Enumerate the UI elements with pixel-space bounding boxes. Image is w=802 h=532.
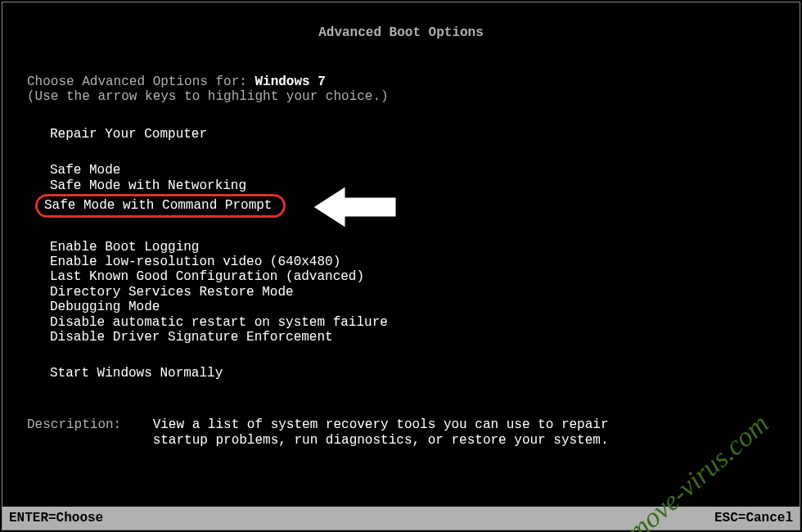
footer-bar: ENTER=Choose ESC=Cancel [2,507,800,530]
group-other: Enable Boot Logging Enable low-resolutio… [27,240,800,345]
option-start-windows-normally[interactable]: Start Windows Normally [43,366,800,381]
footer-enter: ENTER=Choose [9,511,103,525]
option-safe-mode-command-prompt[interactable]: Safe Mode with Command Prompt [35,194,286,217]
description-text-line2: startup problems, run diagnostics, or re… [153,433,609,448]
option-disable-auto-restart[interactable]: Disable automatic restart on system fail… [43,315,800,330]
choose-line: Choose Advanced Options for: Windows 7 [27,74,800,89]
option-enable-boot-logging[interactable]: Enable Boot Logging [43,240,800,255]
option-disable-driver-signature[interactable]: Disable Driver Signature Enforcement [43,330,800,345]
option-directory-services-restore[interactable]: Directory Services Restore Mode [43,285,800,300]
os-name: Windows 7 [255,74,325,89]
description-text-line1: View a list of system recovery tools you… [153,417,609,432]
option-safe-mode[interactable]: Safe Mode [43,163,800,178]
hint-line: (Use the arrow keys to highlight your ch… [27,89,800,104]
option-safe-mode-networking[interactable]: Safe Mode with Networking [43,178,800,193]
choose-prefix: Choose Advanced Options for: [27,74,255,89]
option-debugging-mode[interactable]: Debugging Mode [43,300,800,314]
description-block: Description: View a list of system recov… [27,417,800,449]
description-label: Description: [27,417,121,432]
option-last-known-good-config[interactable]: Last Known Good Configuration (advanced) [43,269,800,284]
option-repair-your-computer[interactable]: Repair Your Computer [43,127,800,142]
group-repair: Repair Your Computer [27,127,800,142]
group-safe-mode: Safe Mode Safe Mode with Networking Safe… [27,163,800,218]
page-title: Advanced Boot Options [2,2,800,50]
footer-esc: ESC=Cancel [714,511,793,525]
group-start: Start Windows Normally [27,366,800,381]
option-low-resolution-video[interactable]: Enable low-resolution video (640x480) [43,255,800,269]
